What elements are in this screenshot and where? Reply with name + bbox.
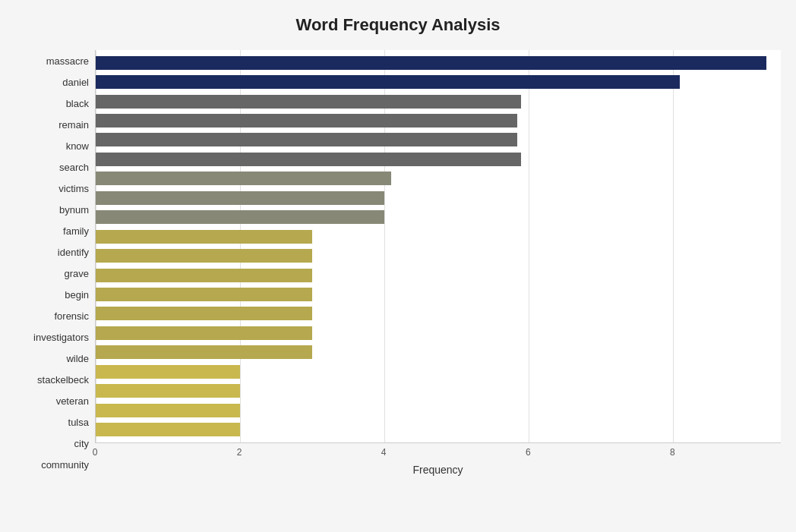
bar-row	[96, 74, 781, 90]
y-label: begin	[65, 285, 89, 305]
bar	[96, 365, 240, 379]
bars-wrapper	[96, 50, 781, 442]
y-label: investigators	[33, 328, 89, 348]
y-label: remain	[58, 115, 89, 134]
bar-row	[96, 55, 781, 71]
bar-row	[96, 267, 781, 284]
plot-area	[95, 50, 781, 443]
bar	[96, 288, 312, 301]
x-tick-label: 0	[93, 447, 98, 458]
bar-row	[96, 402, 781, 419]
bar-row	[96, 247, 781, 264]
y-label: grave	[64, 263, 89, 283]
y-label: daniel	[62, 72, 89, 92]
bar	[96, 345, 312, 359]
bar-row	[96, 209, 781, 225]
y-label: search	[59, 157, 89, 177]
y-label: identify	[58, 242, 89, 262]
bar	[96, 269, 312, 282]
bar	[96, 172, 391, 185]
y-label: community	[41, 455, 89, 475]
bar-row	[96, 151, 781, 168]
bar-row	[96, 421, 781, 438]
bar	[96, 114, 517, 127]
bar	[96, 326, 312, 340]
bar	[96, 75, 680, 89]
bar	[96, 210, 384, 224]
bar	[96, 56, 766, 70]
y-label: bynum	[59, 200, 89, 219]
bars-and-axes: 02468 Frequency	[95, 50, 781, 476]
y-label: black	[66, 93, 89, 113]
chart-container: Word Frequency Analysis massacredanielbl…	[0, 0, 796, 532]
bar-row	[96, 93, 781, 110]
bar	[96, 95, 521, 109]
bar-row	[96, 344, 781, 360]
bar-row	[96, 305, 781, 322]
bar-row	[96, 131, 781, 148]
bar-row	[96, 364, 781, 380]
x-tick-label: 2	[237, 447, 242, 458]
bar	[96, 307, 312, 320]
chart-area: massacredanielblackremainknowsearchvicti…	[15, 50, 781, 476]
bar	[96, 384, 240, 398]
bar	[96, 423, 240, 436]
y-label: veteran	[56, 392, 89, 411]
bar	[96, 153, 521, 166]
y-label: victims	[58, 178, 89, 198]
bar-row	[96, 228, 781, 245]
bar	[96, 230, 312, 244]
y-label: massacre	[46, 51, 89, 71]
y-label: forensic	[54, 307, 89, 326]
y-label: family	[63, 221, 89, 241]
x-tick-label: 4	[381, 447, 387, 458]
x-tick-label: 6	[526, 447, 531, 458]
bar-row	[96, 325, 781, 342]
bar	[96, 249, 312, 263]
bar-row	[96, 286, 781, 303]
bar-row	[96, 382, 781, 399]
bar	[96, 404, 240, 417]
chart-title: Word Frequency Analysis	[15, 15, 781, 35]
x-axis-labels: 02468	[95, 443, 781, 462]
x-axis-title: Frequency	[95, 464, 781, 476]
x-tick-label: 8	[670, 447, 675, 458]
y-label: stackelbeck	[37, 370, 89, 390]
bar	[96, 133, 517, 146]
y-label: tulsa	[68, 413, 89, 433]
y-label: wilde	[66, 349, 89, 369]
y-label: know	[66, 136, 89, 156]
y-label: city	[74, 434, 90, 454]
bar-row	[96, 112, 781, 129]
bar-row	[96, 190, 781, 206]
bar	[96, 191, 384, 205]
y-labels: massacredanielblackremainknowsearchvicti…	[15, 50, 95, 476]
bar-row	[96, 170, 781, 187]
